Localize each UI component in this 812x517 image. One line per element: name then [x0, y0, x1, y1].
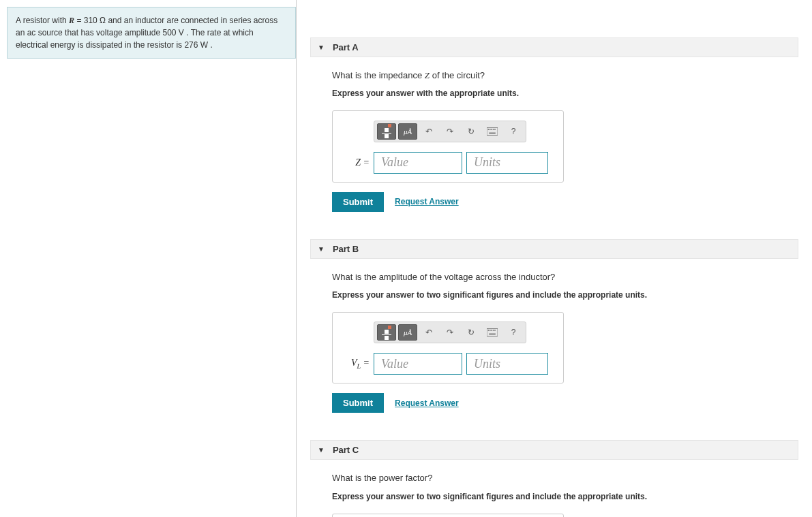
part-c-instructions: Express your answer to two significant f…: [332, 492, 798, 501]
keyboard-icon[interactable]: [483, 324, 502, 341]
problem-panel: A resistor with R = 310 Ω and an inducto…: [0, 0, 297, 517]
problem-text: .: [208, 40, 213, 50]
part-b-toolbar: μÅ ↶ ↷ ↻ ?: [374, 322, 526, 343]
parts-panel: ▼ Part A What is the impedance Z of the …: [297, 0, 812, 517]
svg-rect-4: [493, 129, 494, 130]
part-b-title: Part B: [333, 244, 359, 254]
chevron-down-icon: ▼: [318, 446, 325, 454]
help-icon[interactable]: ?: [504, 123, 523, 140]
part-c: ▼ Part C What is the power factor? Expre…: [310, 440, 798, 517]
part-b-header[interactable]: ▼ Part B: [310, 239, 798, 259]
problem-R-val: = 310: [74, 16, 100, 25]
fraction-icon[interactable]: [377, 123, 396, 140]
svg-rect-8: [488, 330, 490, 331]
var-Z: Z: [425, 70, 430, 80]
undo-icon[interactable]: ↶: [419, 324, 438, 341]
svg-rect-6: [489, 132, 496, 134]
chevron-down-icon: ▼: [318, 44, 325, 51]
part-a-label: Z =: [341, 157, 370, 168]
part-a-title: Part A: [333, 42, 359, 52]
problem-text: A resistor with: [16, 16, 69, 25]
units-button[interactable]: μÅ: [398, 324, 417, 341]
part-b-label: VL =: [341, 358, 370, 370]
help-icon[interactable]: ?: [504, 324, 523, 341]
part-a-header[interactable]: ▼ Part A: [310, 37, 798, 57]
reset-icon[interactable]: ↻: [462, 324, 481, 341]
svg-rect-13: [489, 334, 496, 335]
redo-icon[interactable]: ↷: [440, 123, 460, 140]
part-a-answer-box: μÅ ↶ ↷ ↻ ? Z = Value Units: [332, 110, 564, 183]
part-b-value-input[interactable]: Value: [374, 353, 462, 375]
problem-V-unit: V: [179, 28, 184, 37]
part-c-answer-box: ⁿ√☐ ΑΣϕ ↶ ↷ ↻ ? cosϕ =: [332, 514, 564, 517]
part-b-submit-button[interactable]: Submit: [332, 393, 384, 413]
problem-W-unit: W: [200, 40, 208, 50]
part-b-units-input[interactable]: Units: [466, 353, 548, 375]
redo-icon[interactable]: ↷: [440, 324, 460, 341]
undo-icon[interactable]: ↶: [419, 123, 438, 140]
units-button[interactable]: μÅ: [398, 123, 417, 140]
part-a-toolbar: μÅ ↶ ↷ ↻ ?: [374, 121, 526, 142]
keyboard-icon[interactable]: [483, 123, 502, 140]
svg-rect-10: [491, 330, 492, 331]
svg-rect-3: [491, 129, 492, 130]
part-c-title: Part C: [333, 445, 359, 455]
part-b-answer-box: μÅ ↶ ↷ ↻ ? VL = Value Units: [332, 312, 564, 384]
svg-rect-2: [490, 129, 491, 130]
svg-rect-12: [494, 330, 496, 331]
chevron-down-icon: ▼: [318, 245, 325, 253]
part-a-request-answer-link[interactable]: Request Answer: [395, 197, 459, 206]
part-b-instructions: Express your answer to two significant f…: [332, 290, 798, 300]
problem-R-unit: Ω: [100, 16, 106, 25]
part-c-question: What is the power factor?: [332, 472, 798, 484]
problem-statement: A resistor with R = 310 Ω and an inducto…: [7, 7, 296, 59]
part-a-question: What is the impedance Z of the circuit?: [332, 69, 798, 82]
part-a-value-input[interactable]: Value: [374, 152, 462, 174]
svg-rect-11: [493, 330, 494, 331]
problem-var-R: R: [69, 16, 74, 25]
reset-icon[interactable]: ↻: [462, 123, 481, 140]
svg-rect-1: [488, 129, 490, 130]
fraction-icon[interactable]: [377, 324, 396, 341]
part-a-instructions: Express your answer with the appropriate…: [332, 89, 798, 98]
part-b: ▼ Part B What is the amplitude of the vo…: [310, 239, 798, 413]
part-b-question: What is the amplitude of the voltage acr…: [332, 271, 798, 283]
part-a-submit-button[interactable]: Submit: [332, 192, 384, 212]
part-b-request-answer-link[interactable]: Request Answer: [395, 398, 459, 408]
part-c-header[interactable]: ▼ Part C: [310, 440, 798, 460]
svg-rect-9: [490, 330, 491, 331]
svg-rect-5: [494, 129, 496, 130]
part-a: ▼ Part A What is the impedance Z of the …: [310, 37, 798, 212]
part-a-units-input[interactable]: Units: [466, 152, 548, 174]
